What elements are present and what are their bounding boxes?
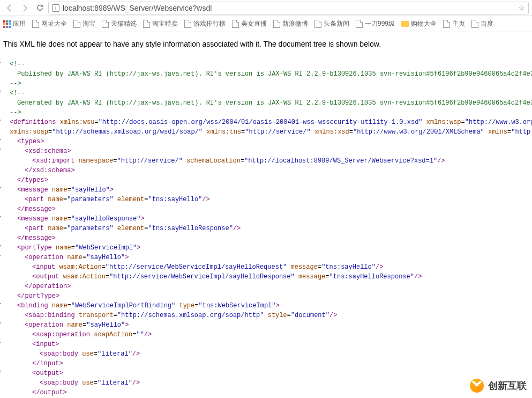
collapse-toggle[interactable] — [0, 187, 1, 190]
bookmark-item[interactable]: 淘宝特卖 — [143, 19, 178, 28]
collapse-toggle[interactable] — [0, 62, 1, 65]
collapse-toggle[interactable] — [0, 245, 1, 248]
bookmark-item[interactable]: 游戏排行榜 — [184, 19, 226, 28]
watermark-logo-icon — [470, 379, 484, 393]
collapse-toggle[interactable] — [0, 139, 1, 142]
xml-notice: This XML file does not appear to have an… — [0, 32, 532, 56]
page-icon — [32, 20, 39, 28]
bookmark-folder[interactable]: 购物大全 — [401, 19, 437, 28]
reload-button[interactable] — [33, 2, 46, 14]
page-icon — [314, 20, 321, 28]
page-icon — [143, 20, 150, 28]
apps-shortcut[interactable]: 应用 — [3, 19, 26, 28]
forward-button[interactable] — [18, 2, 31, 14]
url-text: localhost:8989/WS_Server/Webservice?wsdl — [63, 4, 212, 12]
page-icon — [471, 20, 478, 28]
address-bar[interactable]: i localhost:8989/WS_Server/Webservice?ws… — [48, 2, 529, 14]
collapse-toggle[interactable] — [0, 322, 1, 326]
collapse-toggle[interactable] — [0, 120, 1, 123]
apps-icon — [3, 20, 11, 28]
bookmark-item[interactable]: 百度 — [471, 19, 493, 28]
bookmark-star-icon[interactable]: ☆ — [518, 4, 525, 12]
page-icon — [273, 20, 280, 28]
browser-toolbar: i localhost:8989/WS_Server/Webservice?ws… — [0, 0, 532, 16]
page-icon — [443, 20, 450, 28]
collapse-toggle[interactable] — [0, 216, 1, 219]
bookmark-item[interactable]: 主页 — [443, 19, 465, 28]
page-icon — [232, 20, 239, 28]
collapse-toggle[interactable] — [0, 303, 1, 306]
bookmark-item[interactable]: 新浪微博 — [273, 19, 308, 28]
bookmark-item[interactable]: 头条新闻 — [314, 19, 349, 28]
watermark-text: 创新互联 — [488, 379, 527, 392]
watermark: 创新互联 — [470, 379, 527, 393]
page-icon — [184, 20, 191, 28]
collapse-toggle[interactable] — [0, 91, 1, 94]
bookmark-item[interactable]: 一刀999级 — [356, 19, 395, 28]
back-button[interactable] — [3, 2, 16, 14]
xml-tree: <!-- Published by JAX-WS RI (http://jax-… — [0, 56, 532, 398]
page-icon — [73, 20, 80, 28]
bookmark-item[interactable]: 网址大全 — [32, 19, 67, 28]
collapse-toggle[interactable] — [0, 371, 1, 374]
bookmark-item[interactable]: 美女直播 — [232, 19, 267, 28]
bookmarks-bar: 应用 网址大全 淘宝 天猫精选 淘宝特卖 游戏排行榜 美女直播 新浪微博 头条新… — [0, 16, 532, 32]
bookmark-item[interactable]: 淘宝 — [73, 19, 95, 28]
collapse-toggle[interactable] — [0, 342, 1, 345]
page-icon — [356, 20, 363, 28]
site-info-icon[interactable]: i — [52, 4, 59, 12]
collapse-toggle[interactable] — [0, 149, 1, 152]
collapse-toggle[interactable] — [0, 255, 1, 258]
bookmark-item[interactable]: 天猫精选 — [102, 19, 137, 28]
folder-icon — [401, 21, 409, 27]
page-icon — [102, 20, 109, 28]
